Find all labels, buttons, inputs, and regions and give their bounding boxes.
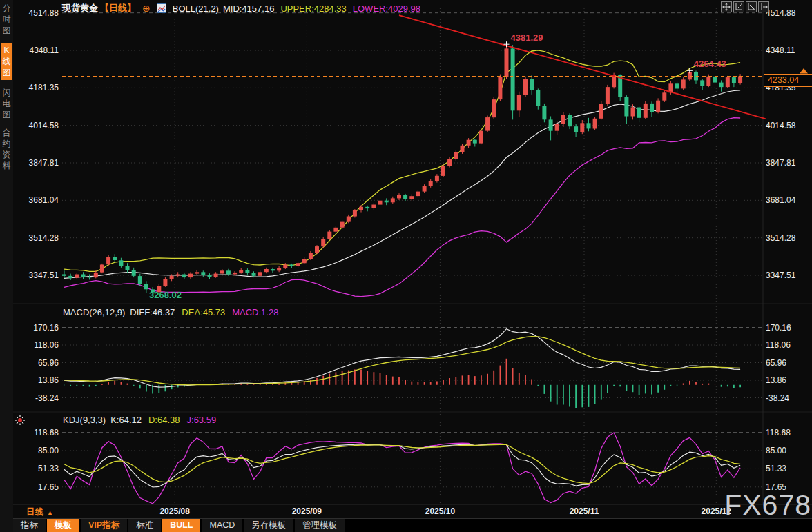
tab-save-template[interactable]: 另存模板 (244, 519, 293, 532)
chart-header: 现货黄金 【日线】 ⊕ BOLL(21,2) MID:4157.16 UPPER… (62, 2, 420, 14)
tab-macd[interactable]: MACD (202, 519, 242, 532)
macd-dea-value: DEA:45.73 (182, 307, 225, 317)
kdj-k-value: K:64.12 (110, 415, 142, 425)
period-badge: 【日线】 (100, 2, 136, 14)
boll-upper-value: UPPER:4284.33 (280, 3, 346, 14)
macd-diff-value: DIFF:46.37 (130, 307, 175, 317)
move-icon[interactable] (721, 1, 732, 12)
line-chart-icon[interactable] (157, 3, 166, 13)
period-label: 日线 (26, 506, 44, 518)
boll-lower-value: LOWER:4029.98 (353, 3, 420, 14)
chart-toolbar (721, 1, 769, 12)
macd-header: MACD(26,12,9) DIFF:46.37 DEA:45.73 MACD:… (63, 307, 278, 317)
pan-right-icon[interactable] (758, 1, 769, 12)
sidebar-item-contract-info[interactable]: 合约资料 (1, 127, 12, 171)
chevron-up-icon: ▲ (47, 509, 53, 516)
kdj-header: KDJ(9,3,3) K:64.12 D:64.38 J:63.59 (63, 415, 216, 425)
last-price-box: 4233.04 (764, 74, 812, 87)
kdj-name: KDJ(9,3,3) (63, 415, 106, 425)
kdj-j-value: J:63.59 (187, 415, 217, 425)
period-selector[interactable]: 日线 ▲ (26, 506, 53, 518)
symbol-name: 现货黄金 (62, 2, 98, 14)
macd-name: MACD(26,12,9) (63, 307, 125, 317)
circled-plus-icon[interactable]: ⊕ (142, 4, 151, 12)
chart-canvas[interactable] (0, 0, 812, 532)
tab-templates[interactable]: 模板 (47, 519, 79, 532)
macd-value: MACD:1.28 (232, 307, 278, 317)
trading-app: 4514.884514.884348.114348.114181.354181.… (0, 0, 812, 532)
bottom-tabbar: 指标 模板 VIP指标 标准 BULL MACD 另存模板 管理模板 (13, 518, 812, 532)
sidebar-item-time-chart[interactable]: 分时图 (1, 3, 12, 36)
sidebar-item-lightning-chart[interactable]: 闪电图 (1, 87, 12, 120)
scale-x-axis-icon[interactable] (733, 1, 744, 12)
tab-standard[interactable]: 标准 (128, 519, 161, 532)
tab-manage-templates[interactable]: 管理模板 (295, 519, 345, 532)
boll-label: BOLL(21,2) (173, 3, 219, 14)
tab-indicators[interactable]: 指标 (13, 519, 46, 532)
kdj-d-value: D:64.38 (148, 415, 180, 425)
scale-y-axis-icon[interactable] (746, 1, 757, 12)
sidebar-item-kline-chart[interactable]: K线图 (1, 43, 12, 80)
boll-mid-value: MID:4157.16 (223, 3, 274, 14)
tab-bull[interactable]: BULL (162, 519, 200, 532)
tab-vip-indicators[interactable]: VIP指标 (81, 519, 127, 532)
sidebar: 分时图 K线图 闪电图 合约资料 (0, 0, 13, 532)
watermark: FX678 (724, 489, 811, 522)
alert-dot-icon[interactable] (14, 415, 26, 428)
